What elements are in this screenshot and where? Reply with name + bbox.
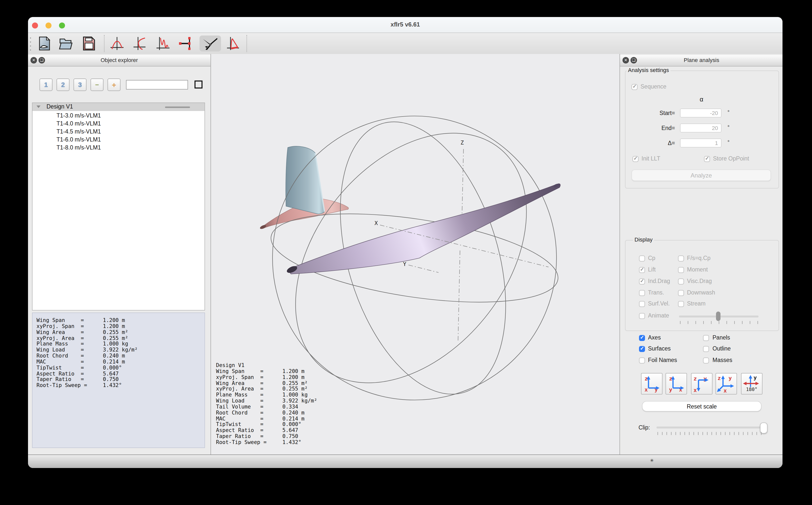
- end-input[interactable]: [680, 124, 721, 133]
- main-wing: [286, 183, 560, 274]
- panels-checkbox[interactable]: [703, 335, 709, 341]
- tree-item[interactable]: T1-8.0 m/s-VLM1: [56, 145, 101, 153]
- collapse-button[interactable]: −: [91, 78, 104, 91]
- animate-slider-ticks: [680, 321, 759, 324]
- axes-checkbox[interactable]: [639, 335, 645, 341]
- wing-properties-panel: Wing Span = 1.200 m xyProj. Span = 1.200…: [32, 313, 205, 448]
- svg-text:y: y: [669, 386, 672, 393]
- end-label: End=: [630, 125, 675, 131]
- svg-text:y: y: [754, 374, 757, 381]
- flip-180-label: 180°: [746, 386, 758, 392]
- svg-text:x: x: [723, 387, 727, 393]
- main-toolbar: [28, 33, 783, 54]
- clip-label: Clip:: [639, 425, 650, 431]
- trans-checkbox[interactable]: [639, 290, 645, 296]
- front-view-icon: z x y: [642, 373, 661, 393]
- fs-qcp-label: F/s=q.Cp: [687, 255, 710, 261]
- end-unit: °: [727, 125, 729, 130]
- visc-drag-label: Visc.Drag: [687, 278, 712, 284]
- curve-style-sample: [165, 107, 190, 108]
- cp-label: Cp: [648, 255, 655, 261]
- moment-label: Moment: [687, 267, 708, 273]
- top-view-button[interactable]: z y x: [691, 373, 712, 394]
- plane-design-icon[interactable]: [199, 35, 221, 51]
- animate-checkbox[interactable]: [639, 313, 645, 319]
- fs-qcp-checkbox[interactable]: [678, 256, 684, 262]
- outline-checkbox[interactable]: [703, 346, 709, 352]
- new-project-icon[interactable]: [36, 35, 52, 51]
- tree-item[interactable]: T1-3.0 m/s-VLM1: [56, 113, 101, 121]
- iso-view-icon: z y x: [716, 373, 736, 393]
- stream-checkbox[interactable]: [678, 301, 684, 307]
- surf-vel-checkbox[interactable]: [639, 301, 645, 307]
- reset-scale-button[interactable]: Reset scale: [642, 401, 762, 411]
- surf-vel-label: Surf.Vel.: [648, 301, 670, 307]
- title-bar[interactable]: xflr5 v6.61: [28, 17, 783, 33]
- x-axis-label: X: [374, 220, 378, 226]
- store-oppoint-checkbox[interactable]: [704, 156, 710, 162]
- tree-level-2-button[interactable]: 2: [56, 78, 69, 91]
- open-file-icon[interactable]: [58, 35, 74, 51]
- panels-label: Panels: [712, 335, 730, 340]
- foil-polars-icon[interactable]: [109, 35, 125, 51]
- status-marker: ✳: [650, 458, 654, 463]
- surfaces-checkbox[interactable]: [639, 346, 645, 352]
- svg-text:y: y: [728, 375, 732, 381]
- save-icon[interactable]: [81, 35, 97, 51]
- object-tree[interactable]: Design V1 T1-3.0 m/s-VLM1 T1-4.0 m/s-VLM…: [32, 103, 205, 311]
- foil-names-checkbox[interactable]: [639, 357, 645, 363]
- svg-text:z: z: [717, 375, 721, 381]
- stream-label: Stream: [687, 301, 705, 307]
- side-view-button[interactable]: z y x: [665, 373, 687, 394]
- object-explorer-header: ✕ ❏ Object explorer: [28, 55, 210, 66]
- delta-input[interactable]: [680, 139, 721, 148]
- visc-drag-checkbox[interactable]: [678, 279, 684, 285]
- start-label: Start=: [630, 110, 675, 116]
- viewport-3d[interactable]: X Y Z Design V1 Wing Span = 1.200 m xyPr…: [211, 54, 620, 455]
- top-view-icon: z y x: [691, 373, 711, 393]
- start-input[interactable]: [680, 109, 721, 118]
- init-llt-label: Init LLT: [642, 156, 660, 162]
- store-oppoint-label: Store OpPoint: [713, 156, 749, 162]
- tree-item[interactable]: T1-4.0 m/s-VLM1: [56, 121, 101, 129]
- iso-view-button[interactable]: z y x: [715, 373, 737, 394]
- ind-drag-checkbox[interactable]: [639, 279, 645, 285]
- flip-180-icon: y 180°: [742, 373, 761, 393]
- cp-checkbox[interactable]: [639, 256, 645, 262]
- window-title: xflr5 v6.61: [28, 21, 783, 28]
- stability-view-icon[interactable]: [155, 35, 171, 51]
- ind-drag-label: Ind.Drag: [648, 278, 670, 284]
- tree-root-row[interactable]: Design V1: [32, 103, 204, 111]
- masses-checkbox[interactable]: [703, 357, 709, 363]
- analyze-button[interactable]: Analyze: [632, 169, 771, 181]
- pressure-view-icon[interactable]: [225, 35, 241, 51]
- clip-slider-track[interactable]: [656, 427, 764, 429]
- sequence-checkbox[interactable]: [632, 84, 638, 90]
- search-input[interactable]: [126, 80, 188, 90]
- chevron-down-icon[interactable]: [36, 106, 40, 108]
- moment-checkbox[interactable]: [678, 267, 684, 273]
- tree-item[interactable]: T1-4.5 m/s-VLM1: [56, 129, 101, 137]
- expand-button[interactable]: +: [108, 78, 121, 91]
- downwash-checkbox[interactable]: [678, 290, 684, 296]
- flip-view-button[interactable]: y 180°: [741, 373, 763, 394]
- toolbar-grip[interactable]: [29, 36, 31, 51]
- tree-item[interactable]: T1-6.0 m/s-VLM1: [56, 137, 101, 145]
- masses-label: Masses: [712, 357, 732, 363]
- oppoint-view-icon[interactable]: [178, 35, 194, 51]
- side-view-icon: z y x: [666, 373, 685, 393]
- toolbar-separator: [247, 35, 247, 52]
- delta-label: Δ=: [630, 140, 675, 146]
- tree-level-3-button[interactable]: 3: [73, 78, 87, 91]
- toolbar-separator: [104, 35, 105, 52]
- animate-slider-handle[interactable]: [716, 312, 720, 321]
- front-view-button[interactable]: z x y: [641, 373, 662, 394]
- inverse-design-icon[interactable]: [132, 35, 148, 51]
- app-window: xflr5 v6.61: [28, 17, 783, 468]
- init-llt-checkbox[interactable]: [633, 156, 639, 162]
- animate-label: Animate: [648, 313, 669, 319]
- filter-checkbox[interactable]: [194, 80, 202, 89]
- lift-checkbox[interactable]: [639, 267, 645, 273]
- new-file-icon: [38, 36, 51, 50]
- tree-level-1-button[interactable]: 1: [39, 78, 52, 91]
